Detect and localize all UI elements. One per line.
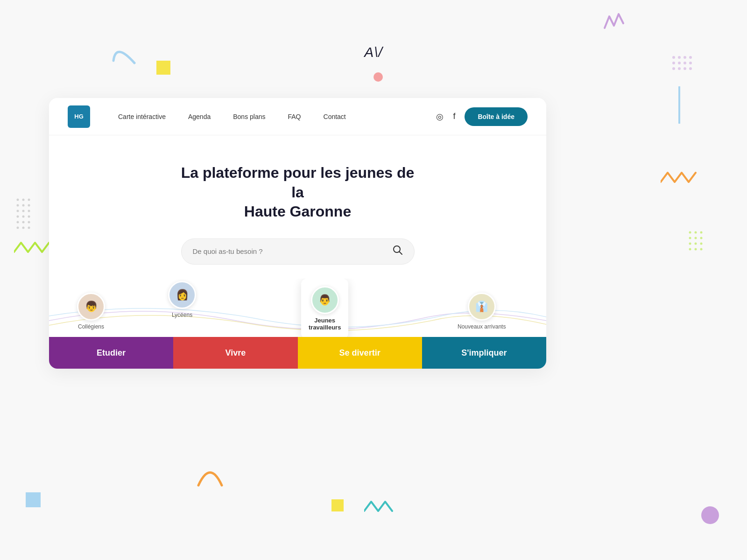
svg-point-28	[17, 227, 19, 229]
deco-dots-gray	[14, 196, 42, 235]
nav-bons-plans[interactable]: Bons plans	[233, 113, 265, 120]
svg-point-8	[672, 67, 675, 70]
svg-point-38	[695, 243, 697, 245]
profile-nouveaux[interactable]: 👔 Nouveaux arrivants	[458, 293, 506, 330]
nav-agenda[interactable]: Agenda	[188, 113, 211, 120]
label-jeunes: Jeunestravailleurs	[309, 317, 341, 331]
deco-yellow-square-bottom	[331, 499, 344, 511]
svg-point-37	[689, 243, 691, 245]
svg-point-25	[17, 221, 19, 224]
avatar-jeunes: 👨	[311, 286, 339, 314]
bottom-divertir[interactable]: Se divertir	[298, 337, 422, 369]
svg-point-23	[22, 216, 25, 218]
navbar: HG Carte intéractive Agenda Bons plans F…	[49, 98, 546, 135]
bottom-vivre[interactable]: Vivre	[173, 337, 297, 369]
svg-line-52	[399, 252, 402, 255]
deco-arc-blue-topleft	[111, 42, 139, 67]
site-logo: A\/	[364, 44, 383, 60]
deco-dots-lime	[686, 229, 719, 263]
svg-point-30	[28, 227, 30, 229]
svg-point-17	[22, 204, 25, 207]
nav-contact[interactable]: Contact	[324, 113, 346, 120]
svg-point-10	[684, 67, 686, 70]
label-nouveaux: Nouveaux arrivants	[458, 323, 506, 330]
svg-point-32	[695, 231, 697, 234]
svg-point-3	[689, 56, 692, 59]
avatar-nouveaux: 👔	[468, 293, 496, 321]
svg-point-34	[689, 237, 691, 239]
search-button[interactable]	[393, 245, 403, 258]
bottom-etudier[interactable]: Etudier	[49, 337, 173, 369]
svg-point-20	[22, 210, 25, 212]
svg-point-18	[28, 204, 30, 207]
svg-point-36	[700, 237, 703, 239]
deco-zigzag-purple	[602, 9, 626, 33]
deco-dots-purple	[670, 54, 707, 84]
svg-point-7	[689, 62, 692, 64]
avatar-collegiens: 👦	[77, 293, 105, 321]
deco-teal-wave-bottom	[364, 497, 402, 518]
deco-purple-circle-bottom	[701, 506, 719, 524]
profile-collegiens[interactable]: 👦 Collégiens	[77, 293, 105, 330]
svg-point-39	[700, 243, 703, 245]
svg-point-24	[28, 216, 30, 218]
deco-circle-pink	[374, 72, 383, 82]
svg-point-11	[689, 67, 692, 70]
hero-section: La plateforme pour les jeunes de la Haut…	[49, 135, 546, 265]
nav-carte[interactable]: Carte intéractive	[118, 113, 166, 120]
bottom-bar: Etudier Vivre Se divertir S'impliquer	[49, 337, 546, 369]
svg-point-21	[28, 210, 30, 212]
svg-point-41	[695, 248, 697, 251]
svg-point-6	[684, 62, 686, 64]
svg-point-14	[22, 199, 25, 201]
label-lyceens: Lycéens	[172, 312, 192, 318]
svg-point-42	[700, 248, 703, 251]
svg-point-5	[678, 62, 681, 64]
svg-point-35	[695, 237, 697, 239]
main-card: HG Carte intéractive Agenda Bons plans F…	[49, 98, 546, 369]
bottom-simpliquer[interactable]: S'impliquer	[422, 337, 546, 369]
hero-title: La plateforme pour les jeunes de la Haut…	[181, 163, 415, 222]
svg-point-4	[672, 62, 675, 64]
svg-point-0	[672, 56, 675, 59]
svg-point-33	[700, 231, 703, 234]
facebook-icon[interactable]: f	[453, 112, 455, 121]
deco-orange-arc-bottom	[196, 460, 224, 490]
svg-point-26	[22, 221, 25, 224]
svg-point-13	[17, 199, 19, 201]
deco-square-yellow	[156, 61, 170, 75]
svg-point-31	[689, 231, 691, 234]
deco-line-blue	[675, 86, 684, 126]
nav-faq[interactable]: FAQ	[288, 113, 301, 120]
svg-point-9	[678, 67, 681, 70]
deco-wave-orange	[661, 168, 698, 189]
svg-point-29	[22, 227, 25, 229]
svg-point-22	[17, 216, 19, 218]
svg-point-16	[17, 204, 19, 207]
svg-point-2	[684, 56, 686, 59]
label-collegiens: Collégiens	[78, 323, 104, 330]
instagram-icon[interactable]: ◎	[436, 112, 444, 122]
svg-point-15	[28, 199, 30, 201]
nav-right: ◎ f Boîte à idée	[436, 107, 528, 126]
svg-point-40	[689, 248, 691, 251]
profile-lyceens[interactable]: 👩 Lycéens	[168, 281, 196, 318]
svg-point-1	[678, 56, 681, 59]
nav-links: Carte intéractive Agenda Bons plans FAQ …	[118, 113, 436, 120]
profile-jeunes[interactable]: 👨 Jeunestravailleurs	[301, 279, 348, 339]
svg-point-27	[28, 221, 30, 224]
deco-blue-square-bottom	[26, 492, 41, 507]
svg-point-19	[17, 210, 19, 212]
search-input[interactable]	[193, 247, 393, 255]
cta-idea-button[interactable]: Boîte à idée	[465, 107, 528, 126]
search-bar	[181, 238, 415, 265]
logo: HG	[68, 105, 90, 128]
avatar-lyceens: 👩	[168, 281, 196, 309]
card-jeunes: 👨 Jeunestravailleurs	[301, 279, 348, 339]
